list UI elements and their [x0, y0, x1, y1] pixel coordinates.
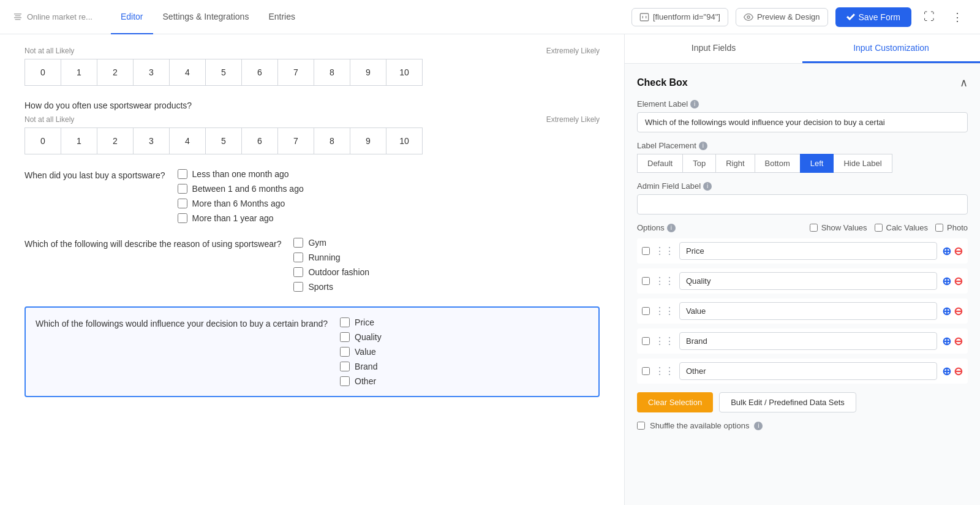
opt-price-add[interactable]: ⊕ — [942, 245, 951, 258]
tab-editor[interactable]: Editor — [111, 0, 153, 34]
list-item[interactable]: Outdoor fashion — [293, 267, 369, 277]
save-button[interactable]: Save Form — [835, 7, 911, 27]
scale-cell[interactable]: 8 — [314, 59, 350, 86]
scale-cell[interactable]: 5 — [205, 127, 242, 154]
scale-cell[interactable]: 3 — [133, 127, 170, 154]
photo-label[interactable]: Photo — [935, 223, 968, 232]
more-options-button[interactable]: ⋮ — [947, 7, 968, 28]
scale-cell[interactable]: 2 — [97, 127, 134, 154]
drag-handle-price[interactable]: ⋮⋮ — [655, 245, 674, 257]
q1-opt2-checkbox[interactable] — [178, 184, 187, 194]
list-item[interactable]: Price — [340, 317, 382, 327]
placement-bottom[interactable]: Bottom — [755, 154, 801, 173]
drag-handle-other[interactable]: ⋮⋮ — [655, 365, 674, 377]
preview-button[interactable]: Preview & Design — [736, 8, 828, 26]
opt-other-input[interactable] — [679, 362, 937, 380]
calc-values-label[interactable]: Calc Values — [875, 223, 928, 232]
drag-handle-quality[interactable]: ⋮⋮ — [655, 275, 674, 287]
scale-cell[interactable]: 1 — [61, 127, 97, 154]
tab-input-fields[interactable]: Input Fields — [625, 34, 802, 63]
opt-other-add[interactable]: ⊕ — [942, 365, 951, 378]
clear-selection-button[interactable]: Clear Selection — [637, 392, 713, 412]
q3-opt2-checkbox[interactable] — [340, 332, 350, 342]
list-item[interactable]: Less than one month ago — [178, 169, 304, 179]
scale-cell[interactable]: 1 — [61, 59, 97, 86]
scale-cell[interactable]: 0 — [24, 59, 61, 86]
opt-value-check[interactable] — [642, 307, 650, 315]
q2-opt4-checkbox[interactable] — [293, 282, 303, 292]
opt-brand-check[interactable] — [642, 337, 650, 345]
placement-hide[interactable]: Hide Label — [833, 154, 892, 173]
calc-values-checkbox[interactable] — [875, 224, 883, 232]
scale-cell[interactable]: 6 — [241, 59, 278, 86]
tab-entries[interactable]: Entries — [258, 0, 305, 34]
bulk-edit-button[interactable]: Bulk Edit / Predefined Data Sets — [719, 392, 856, 412]
placement-right[interactable]: Right — [715, 154, 755, 173]
element-label-input[interactable] — [637, 112, 968, 132]
scale-cell[interactable]: 9 — [350, 59, 386, 86]
scale-cell[interactable]: 4 — [169, 59, 206, 86]
opt-quality-input[interactable] — [679, 272, 937, 290]
opt-other-check[interactable] — [642, 367, 650, 375]
list-item[interactable]: Brand — [340, 362, 382, 371]
q1-opt1-checkbox[interactable] — [178, 169, 187, 179]
tab-settings[interactable]: Settings & Integrations — [153, 0, 259, 34]
drag-handle-brand[interactable]: ⋮⋮ — [655, 335, 674, 347]
opt-price-check[interactable] — [642, 247, 650, 255]
list-item[interactable]: Value — [340, 347, 382, 357]
scale-cell[interactable]: 8 — [314, 127, 350, 154]
admin-field-label-input[interactable] — [637, 194, 968, 215]
opt-other-remove[interactable]: ⊖ — [954, 365, 963, 378]
drag-handle-value[interactable]: ⋮⋮ — [655, 305, 674, 317]
list-item[interactable]: Sports — [293, 282, 369, 292]
list-item[interactable]: More than 6 Months ago — [178, 199, 304, 208]
list-item[interactable]: More than 1 year ago — [178, 213, 304, 223]
q1-opt3-checkbox[interactable] — [178, 199, 187, 208]
scale-cell[interactable]: 7 — [277, 127, 314, 154]
scale-cell[interactable]: 6 — [241, 127, 278, 154]
q3-opt3-checkbox[interactable] — [340, 347, 350, 357]
q3-opt5-checkbox[interactable] — [340, 376, 350, 386]
q2-opt3-checkbox[interactable] — [293, 267, 303, 277]
opt-value-remove[interactable]: ⊖ — [954, 305, 963, 318]
opt-quality-add[interactable]: ⊕ — [942, 275, 951, 288]
list-item[interactable]: Other — [340, 376, 382, 386]
opt-value-add[interactable]: ⊕ — [942, 305, 951, 318]
opt-brand-add[interactable]: ⊕ — [942, 335, 951, 348]
show-values-label[interactable]: Show Values — [810, 223, 867, 232]
placement-left[interactable]: Left — [800, 154, 834, 173]
scale-cell[interactable]: 0 — [24, 127, 61, 154]
opt-price-input[interactable] — [679, 242, 937, 260]
list-item[interactable]: Quality — [340, 332, 382, 342]
shuffle-checkbox[interactable] — [637, 422, 645, 430]
list-item[interactable]: Gym — [293, 238, 369, 248]
opt-quality-remove[interactable]: ⊖ — [954, 275, 963, 288]
collapse-button[interactable]: ∧ — [960, 76, 968, 89]
list-item[interactable]: Running — [293, 252, 369, 262]
opt-brand-remove[interactable]: ⊖ — [954, 335, 963, 348]
opt-price-remove[interactable]: ⊖ — [954, 245, 963, 258]
scale-cell[interactable]: 10 — [386, 59, 423, 86]
show-values-checkbox[interactable] — [810, 224, 818, 232]
scale-cell[interactable]: 5 — [205, 59, 242, 86]
q1-opt4-checkbox[interactable] — [178, 213, 187, 223]
scale-cell[interactable]: 10 — [386, 127, 423, 154]
q3-opt1-checkbox[interactable] — [340, 317, 350, 327]
placement-default[interactable]: Default — [637, 154, 683, 173]
expand-button[interactable]: ⛶ — [919, 7, 940, 27]
tab-input-customization[interactable]: Input Customization — [802, 34, 980, 63]
list-item[interactable]: Between 1 and 6 months ago — [178, 184, 304, 194]
scale-cell[interactable]: 3 — [133, 59, 170, 86]
opt-brand-input[interactable] — [679, 332, 937, 350]
q3-opt4-checkbox[interactable] — [340, 362, 350, 371]
q2-opt2-checkbox[interactable] — [293, 252, 303, 262]
scale-cell[interactable]: 4 — [169, 127, 206, 154]
placement-top[interactable]: Top — [682, 154, 716, 173]
shortcode-button[interactable]: [fluentform id="94"] — [631, 8, 728, 26]
opt-quality-check[interactable] — [642, 277, 650, 285]
scale-cell[interactable]: 9 — [350, 127, 386, 154]
opt-value-input[interactable] — [679, 302, 937, 320]
q2-opt1-checkbox[interactable] — [293, 238, 303, 248]
scale-cell[interactable]: 2 — [97, 59, 134, 86]
photo-checkbox[interactable] — [935, 224, 943, 232]
